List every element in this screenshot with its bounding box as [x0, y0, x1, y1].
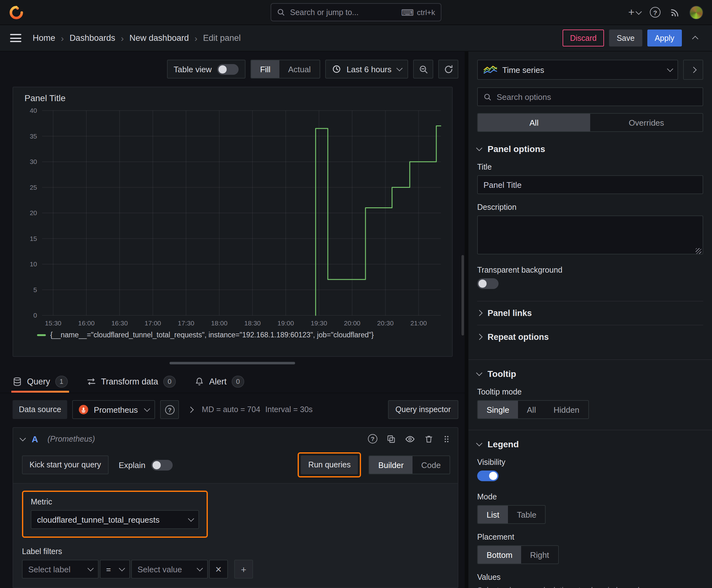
apply-button[interactable]: Apply	[647, 29, 682, 46]
panel-links-section[interactable]: Panel links	[477, 301, 703, 325]
all-overrides-segmented: All Overrides	[477, 113, 703, 132]
toggle-query-visibility-button[interactable]	[405, 434, 415, 444]
builder-option[interactable]: Builder	[369, 456, 412, 474]
kick-start-query-button[interactable]: Kick start your query	[22, 456, 109, 474]
global-search-input[interactable]	[290, 8, 396, 17]
legend-section-header[interactable]: Legend	[477, 439, 703, 449]
vertical-scrollbar[interactable]	[461, 255, 464, 335]
pane-resize-divider	[0, 357, 465, 370]
code-option[interactable]: Code	[412, 456, 450, 474]
tab-query[interactable]: Query 1	[13, 370, 68, 393]
svg-text:5: 5	[33, 286, 37, 293]
query-help-button[interactable]: ?	[368, 434, 377, 443]
tooltip-mode-hidden[interactable]: Hidden	[545, 401, 588, 418]
delete-query-button[interactable]	[425, 435, 433, 443]
svg-text:16:00: 16:00	[78, 319, 95, 327]
tutorial-highlight-run-queries: Run queries	[298, 452, 361, 478]
table-view-toggle[interactable]	[217, 64, 239, 75]
legend-visibility-toggle[interactable]	[477, 470, 498, 481]
options-search[interactable]	[477, 87, 703, 106]
options-search-input[interactable]	[497, 92, 697, 102]
tab-transform-data[interactable]: Transform data 0	[87, 370, 176, 393]
chevron-right-icon: ›	[121, 33, 124, 43]
tooltip-mode-segmented: Single All Hidden	[477, 400, 589, 419]
title-field-label: Title	[477, 163, 703, 171]
metric-select[interactable]: cloudflared_tunnel_total_requests	[31, 510, 199, 529]
description-textarea[interactable]	[477, 215, 703, 254]
breadcrumb-dashboards[interactable]: Dashboards	[69, 33, 115, 43]
chevron-down-icon	[188, 516, 193, 521]
save-button[interactable]: Save	[609, 29, 642, 46]
resize-grip-icon[interactable]	[696, 248, 701, 254]
panel-title-input[interactable]	[477, 175, 703, 194]
select-label-dropdown[interactable]: Select label	[22, 560, 99, 579]
zoom-out-time-button[interactable]	[413, 60, 433, 79]
svg-text:15: 15	[30, 235, 37, 242]
grafana-logo-icon[interactable]	[9, 5, 24, 20]
datasource-help-button[interactable]: ?	[160, 400, 179, 419]
legend-mode-segmented: List Table	[477, 505, 546, 524]
svg-text:40: 40	[30, 107, 37, 114]
tooltip-mode-all[interactable]: All	[518, 401, 545, 418]
repeat-options-section[interactable]: Repeat options	[477, 325, 703, 349]
tooltip-mode-single[interactable]: Single	[478, 401, 518, 418]
horizontal-resize-handle[interactable]	[170, 362, 295, 364]
panel-editor-main: Table view Fill Actual Last 6 hours	[0, 51, 465, 588]
drag-handle[interactable]	[443, 435, 450, 443]
time-range-picker[interactable]: Last 6 hours	[325, 60, 408, 79]
help-button[interactable]: ?	[650, 7, 661, 18]
keyboard-icon: ⌨	[401, 8, 414, 17]
run-queries-button[interactable]: Run queries	[301, 456, 358, 474]
new-menu-button[interactable]: +	[628, 7, 641, 18]
select-value-dropdown[interactable]: Select value	[131, 560, 208, 579]
panel-options-section-header[interactable]: Panel options	[477, 144, 703, 154]
legend-placement-label: Placement	[477, 533, 703, 542]
tab-overrides[interactable]: Overrides	[590, 114, 703, 131]
remove-filter-button[interactable]: ✕	[209, 560, 228, 579]
panel-preview: Panel Title 051015202530354015:3016:0016…	[13, 87, 453, 357]
news-button[interactable]	[670, 7, 680, 17]
transform-count-badge: 0	[163, 375, 176, 387]
discard-button[interactable]: Discard	[563, 29, 604, 46]
collapse-options-pane-button[interactable]	[683, 60, 703, 80]
legend-mode-list[interactable]: List	[478, 506, 508, 523]
svg-text:16:30: 16:30	[111, 319, 128, 327]
explain-toggle[interactable]	[151, 460, 172, 470]
builder-code-segmented: Builder Code	[369, 456, 450, 474]
legend-placement-segmented: Bottom Right	[477, 545, 559, 564]
menu-toggle-button[interactable]	[10, 33, 21, 43]
transparent-bg-toggle[interactable]	[477, 278, 498, 289]
breadcrumb-new-dashboard[interactable]: New dashboard	[129, 33, 189, 43]
visualization-select[interactable]: Time series	[477, 60, 678, 80]
description-field-label: Description	[477, 203, 703, 212]
actual-option[interactable]: Actual	[279, 60, 320, 78]
collapse-query-button[interactable]	[21, 438, 25, 440]
collapse-header-button[interactable]	[687, 30, 703, 46]
query-editor: Data source Prometheus ? MD = auto = 704…	[0, 393, 465, 588]
duplicate-query-button[interactable]	[387, 435, 395, 443]
explain-label: Explain	[118, 460, 145, 469]
tab-alert[interactable]: Alert 0	[195, 370, 244, 393]
query-options-expander[interactable]	[184, 403, 197, 416]
explain-control: Explain	[118, 460, 172, 470]
tooltip-section-header[interactable]: Tooltip	[477, 369, 703, 379]
user-avatar[interactable]	[689, 5, 703, 19]
legend-placement-right[interactable]: Right	[521, 546, 558, 564]
chevron-right-icon	[476, 334, 482, 340]
legend-placement-bottom[interactable]: Bottom	[478, 546, 521, 564]
breadcrumb-home[interactable]: Home	[33, 33, 55, 43]
legend-mode-table[interactable]: Table	[508, 506, 545, 523]
datasource-label: Data source	[13, 400, 67, 419]
refresh-button[interactable]	[438, 60, 458, 79]
add-filter-button[interactable]: +	[234, 560, 253, 579]
global-search[interactable]: ⌨ ctrl+k	[271, 3, 441, 21]
datasource-select[interactable]: Prometheus	[72, 400, 155, 419]
legend-series-label[interactable]: {__name__="cloudflared_tunnel_total_requ…	[50, 331, 373, 339]
time-series-chart[interactable]: 051015202530354015:3016:0016:3017:0017:3…	[19, 104, 446, 329]
fill-option[interactable]: Fill	[251, 60, 279, 78]
chevron-down-icon	[476, 370, 482, 376]
chevron-right-icon: ›	[61, 33, 64, 43]
query-inspector-button[interactable]: Query inspector	[388, 400, 458, 419]
operator-dropdown[interactable]: =	[100, 560, 130, 579]
tab-all-options[interactable]: All	[478, 114, 590, 131]
